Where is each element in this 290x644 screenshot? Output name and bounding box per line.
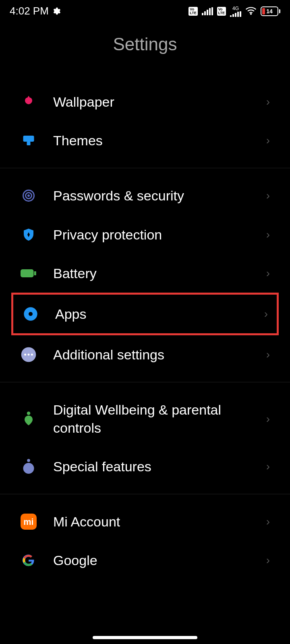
settings-item-digital-wellbeing[interactable]: Digital Wellbeing & parental controls › — [0, 390, 290, 447]
battery-level: 14 — [266, 8, 273, 14]
network-type: 4G — [232, 6, 239, 11]
battery-icon: 14 — [261, 6, 280, 16]
svg-point-10 — [28, 354, 30, 356]
page-header: Settings — [0, 22, 290, 74]
fingerprint-icon — [20, 187, 37, 204]
svg-rect-6 — [34, 271, 36, 275]
chevron-right-icon: › — [266, 348, 270, 361]
item-label: Apps — [55, 305, 264, 323]
settings-item-passwords-security[interactable]: Passwords & security › — [0, 176, 290, 215]
signal-icon-1 — [202, 7, 213, 15]
settings-item-privacy-protection[interactable]: Privacy protection › — [0, 215, 290, 254]
svg-point-4 — [28, 195, 29, 196]
settings-item-battery[interactable]: Battery › — [0, 254, 290, 293]
chevron-right-icon: › — [266, 189, 270, 202]
settings-item-special-features[interactable]: Special features › — [0, 447, 290, 486]
chevron-right-icon: › — [266, 267, 270, 280]
svg-rect-5 — [21, 269, 34, 277]
svg-rect-1 — [27, 142, 31, 145]
settings-group-appearance: Wallpaper › Themes › — [0, 74, 290, 168]
apps-icon — [22, 305, 39, 322]
chevron-right-icon: › — [266, 515, 270, 528]
wellbeing-icon — [20, 411, 37, 427]
chevron-right-icon: › — [266, 554, 270, 567]
shield-icon — [20, 226, 37, 243]
svg-point-13 — [27, 459, 30, 462]
mi-icon: mi — [20, 513, 37, 530]
item-label: Wallpaper — [53, 93, 266, 111]
item-label: Google — [53, 551, 266, 569]
status-left: 4:02 PM — [10, 5, 61, 17]
svg-point-7 — [29, 312, 33, 316]
svg-point-11 — [31, 354, 33, 356]
wallpaper-icon — [20, 93, 37, 110]
navigation-bar[interactable] — [93, 636, 197, 639]
settings-group-wellbeing: Digital Wellbeing & parental controls › … — [0, 382, 290, 494]
item-label: Digital Wellbeing & parental controls — [53, 401, 266, 436]
page-title: Settings — [0, 34, 290, 54]
item-label: Privacy protection — [53, 226, 266, 244]
volte-icon-1: VoLTE — [188, 7, 197, 16]
svg-point-14 — [23, 463, 34, 474]
settings-item-wallpaper[interactable]: Wallpaper › — [0, 83, 290, 121]
battery-icon — [20, 265, 37, 282]
chevron-right-icon: › — [266, 413, 270, 425]
status-bar: 4:02 PM VoLTE VoLTE 4G — [0, 0, 290, 22]
status-right: VoLTE VoLTE 4G 14 — [188, 6, 280, 17]
settings-item-themes[interactable]: Themes › — [0, 121, 290, 160]
google-icon — [20, 552, 37, 569]
chevron-right-icon: › — [266, 460, 270, 473]
item-label: Themes — [53, 132, 266, 149]
gear-icon — [52, 7, 61, 16]
settings-list: Wallpaper › Themes › Passwords & securit… — [0, 74, 290, 588]
svg-point-9 — [24, 354, 26, 356]
item-label: Battery — [53, 264, 266, 282]
more-icon — [20, 346, 37, 363]
svg-text:mi: mi — [23, 517, 33, 527]
chevron-right-icon: › — [266, 95, 270, 108]
settings-item-mi-account[interactable]: mi Mi Account › — [0, 502, 290, 541]
settings-item-apps[interactable]: Apps › — [11, 293, 279, 335]
chevron-right-icon: › — [264, 308, 268, 320]
signal-icon-2 — [230, 11, 241, 17]
item-label: Special features — [53, 458, 266, 475]
chevron-right-icon: › — [266, 228, 270, 241]
svg-point-12 — [27, 411, 31, 415]
svg-rect-0 — [23, 136, 34, 142]
settings-group-system: Passwords & security › Privacy protectio… — [0, 168, 290, 382]
special-icon — [20, 458, 37, 475]
settings-group-accounts: mi Mi Account › Google › — [0, 494, 290, 588]
wifi-icon — [245, 7, 257, 16]
chevron-right-icon: › — [266, 134, 270, 147]
volte-icon-2: VoLTE — [217, 7, 226, 16]
themes-icon — [20, 132, 37, 149]
item-label: Additional settings — [53, 346, 266, 363]
settings-item-additional-settings[interactable]: Additional settings › — [0, 335, 290, 374]
status-time: 4:02 PM — [10, 5, 49, 17]
settings-item-google[interactable]: Google › — [0, 541, 290, 580]
item-label: Passwords & security — [53, 187, 266, 204]
item-label: Mi Account — [53, 513, 266, 530]
